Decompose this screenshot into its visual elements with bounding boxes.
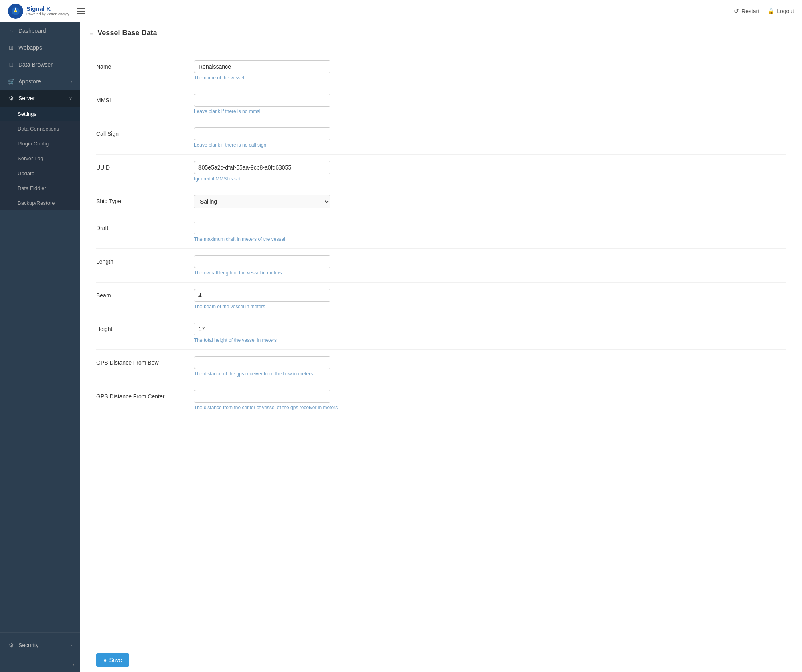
hint-length: The overall length of the vessel in mete… <box>194 270 786 276</box>
page-title: Vessel Base Data <box>97 29 157 37</box>
security-icon: ⚙ <box>8 642 14 648</box>
sidebar-item-webapps[interactable]: ⊞ Webapps <box>0 39 80 56</box>
sidebar-item-backup-restore[interactable]: Backup/Restore <box>0 196 80 210</box>
input-length[interactable] <box>194 255 330 268</box>
page-header-icon: ≡ <box>90 30 93 37</box>
webapps-icon: ⊞ <box>8 44 14 51</box>
main-content: ≡ Vessel Base Data Name The name of the … <box>80 22 802 672</box>
sidebar-item-server[interactable]: ⚙ Server ∨ <box>0 90 80 107</box>
restart-icon: ↺ <box>734 8 739 15</box>
form-row-beam: Beam The beam of the vessel in meters <box>96 283 786 316</box>
sidebar-item-plugin-config[interactable]: Plugin Config <box>0 136 80 151</box>
input-gps-bow[interactable] <box>194 356 330 369</box>
sidebar-item-data-browser[interactable]: □ Data Browser <box>0 56 80 73</box>
navbar-left: Signal K Powered by victron energy <box>8 4 86 19</box>
label-beam: Beam <box>96 289 184 299</box>
input-call-sign[interactable] <box>194 127 330 140</box>
appstore-chevron: › <box>71 79 72 84</box>
svg-point-2 <box>15 10 17 12</box>
form-row-mmsi: MMSI Leave blank if there is no mmsi <box>96 87 786 121</box>
hint-draft: The maximum draft in meters of the vesse… <box>194 236 786 242</box>
hamburger-menu[interactable] <box>75 7 86 16</box>
restart-label: Restart <box>741 8 759 14</box>
input-draft[interactable] <box>194 222 330 234</box>
label-length: Length <box>96 255 184 265</box>
hint-mmsi: Leave blank if there is no mmsi <box>194 109 786 114</box>
logo-title: Signal K <box>26 6 69 12</box>
page-header: ≡ Vessel Base Data <box>80 22 802 44</box>
form-row-gps-bow: GPS Distance From Bow The distance of th… <box>96 350 786 383</box>
label-ship-type: Ship Type <box>96 195 184 204</box>
field-height: The total height of the vessel in meters <box>194 323 786 343</box>
sidebar: ○ Dashboard ⊞ Webapps □ Data Browser 🛒 A… <box>0 22 80 672</box>
server-submenu: Settings Data Connections Plugin Config … <box>0 107 80 210</box>
form-row-gps-center: GPS Distance From Center The distance fr… <box>96 383 786 417</box>
logo-text: Signal K Powered by victron energy <box>26 6 69 16</box>
input-height[interactable] <box>194 323 330 335</box>
data-browser-icon: □ <box>8 61 14 68</box>
field-beam: The beam of the vessel in meters <box>194 289 786 309</box>
save-label: Save <box>109 657 122 663</box>
navbar-logo: Signal K Powered by victron energy <box>8 4 69 19</box>
save-icon: ● <box>103 657 107 663</box>
save-bar: ● Save <box>80 648 802 672</box>
hint-call-sign: Leave blank if there is no call sign <box>194 142 786 148</box>
select-ship-type[interactable]: Sailing Motor Fishing Tug Pilot Search a… <box>194 195 330 208</box>
logo-icon <box>8 4 23 19</box>
sidebar-item-update[interactable]: Update <box>0 166 80 181</box>
sidebar-label-server: Server <box>18 95 35 101</box>
form-row-call-sign: Call Sign Leave blank if there is no cal… <box>96 121 786 155</box>
label-mmsi: MMSI <box>96 94 184 103</box>
logout-button[interactable]: 🔒 Logout <box>768 8 794 14</box>
field-gps-bow: The distance of the gps receiver from th… <box>194 356 786 377</box>
hint-uuid: Ignored if MMSI is set <box>194 176 786 182</box>
label-uuid: UUID <box>96 161 184 171</box>
hint-gps-center: The distance from the center of vessel o… <box>194 405 786 410</box>
field-length: The overall length of the vessel in mete… <box>194 255 786 276</box>
server-icon: ⚙ <box>8 95 14 101</box>
field-mmsi: Leave blank if there is no mmsi <box>194 94 786 114</box>
sidebar-label-webapps: Webapps <box>18 44 42 51</box>
label-height: Height <box>96 323 184 332</box>
input-gps-center[interactable] <box>194 390 330 403</box>
sidebar-label-dashboard: Dashboard <box>18 28 46 34</box>
navbar: Signal K Powered by victron energy ↺ Res… <box>0 0 802 22</box>
input-name[interactable] <box>194 60 330 73</box>
field-ship-type: Sailing Motor Fishing Tug Pilot Search a… <box>194 195 786 208</box>
form-row-uuid: UUID Ignored if MMSI is set <box>96 155 786 188</box>
logout-label: Logout <box>777 8 794 14</box>
sidebar-collapse-button[interactable]: ‹ <box>0 658 80 672</box>
form-container: Name The name of the vessel MMSI Leave b… <box>80 44 802 648</box>
restart-button[interactable]: ↺ Restart <box>734 8 759 15</box>
field-uuid: Ignored if MMSI is set <box>194 161 786 182</box>
field-draft: The maximum draft in meters of the vesse… <box>194 222 786 242</box>
hint-gps-bow: The distance of the gps receiver from th… <box>194 371 786 377</box>
logout-icon: 🔒 <box>768 8 774 14</box>
save-button[interactable]: ● Save <box>96 653 129 667</box>
logo-subtitle: Powered by victron energy <box>26 12 69 16</box>
sidebar-item-settings[interactable]: Settings <box>0 107 80 121</box>
sidebar-item-appstore[interactable]: 🛒 Appstore › <box>0 73 80 90</box>
input-uuid[interactable] <box>194 161 330 174</box>
field-gps-center: The distance from the center of vessel o… <box>194 390 786 410</box>
form-row-draft: Draft The maximum draft in meters of the… <box>96 215 786 249</box>
form-row-name: Name The name of the vessel <box>96 54 786 87</box>
sidebar-item-data-connections[interactable]: Data Connections <box>0 121 80 136</box>
form-row-ship-type: Ship Type Sailing Motor Fishing Tug Pilo… <box>96 188 786 215</box>
sidebar-label-security: Security <box>18 642 39 648</box>
sidebar-item-security[interactable]: ⚙ Security › <box>0 637 80 654</box>
hint-height: The total height of the vessel in meters <box>194 337 786 343</box>
hint-name: The name of the vessel <box>194 75 786 81</box>
sidebar-item-data-fiddler[interactable]: Data Fiddler <box>0 181 80 196</box>
appstore-icon: 🛒 <box>8 78 14 85</box>
label-draft: Draft <box>96 222 184 231</box>
label-call-sign: Call Sign <box>96 127 184 137</box>
sidebar-bottom: ⚙ Security › <box>0 632 80 658</box>
input-beam[interactable] <box>194 289 330 302</box>
sidebar-label-data-browser: Data Browser <box>18 61 53 68</box>
sidebar-item-dashboard[interactable]: ○ Dashboard <box>0 22 80 39</box>
sidebar-label-appstore: Appstore <box>18 78 41 85</box>
input-mmsi[interactable] <box>194 94 330 107</box>
form-row-height: Height The total height of the vessel in… <box>96 316 786 350</box>
sidebar-item-server-log[interactable]: Server Log <box>0 151 80 166</box>
